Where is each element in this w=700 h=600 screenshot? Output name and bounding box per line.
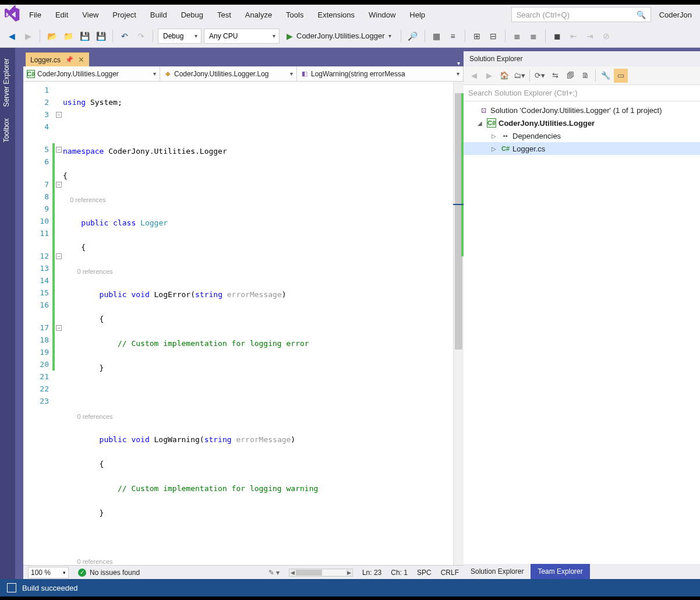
bookmark-button[interactable]: ◼ bbox=[550, 29, 564, 43]
nav-project-dropdown[interactable]: C# CoderJony.Utilities.Logger bbox=[23, 66, 160, 81]
nav-class-dropdown[interactable]: ◆ CoderJony.Utilities.Logger.Log bbox=[160, 66, 297, 81]
file-label: Logger.cs bbox=[512, 144, 545, 153]
server-explorer-tab[interactable]: Server Explorer bbox=[0, 52, 15, 112]
codelens-references[interactable]: 0 references bbox=[77, 268, 112, 275]
menu-help[interactable]: Help bbox=[404, 8, 431, 22]
menu-window[interactable]: Window bbox=[363, 8, 401, 22]
refresh-button[interactable]: 🗐 bbox=[563, 69, 577, 83]
menu-view[interactable]: View bbox=[76, 8, 104, 22]
collapse-all-button[interactable]: 🗎 bbox=[578, 69, 592, 83]
undo-button[interactable]: ↶ bbox=[118, 29, 132, 43]
fold-toggle[interactable]: − bbox=[56, 112, 62, 118]
outdent-button[interactable]: ≣ bbox=[526, 29, 540, 43]
quick-launch-search[interactable]: Search (Ctrl+Q) 🔍 bbox=[511, 7, 651, 22]
sync-active-button[interactable]: ⇆ bbox=[548, 69, 562, 83]
codelens-references[interactable]: 0 references bbox=[77, 413, 112, 420]
expander-icon[interactable]: ▷ bbox=[492, 133, 499, 139]
fold-toggle[interactable]: − bbox=[56, 147, 62, 153]
user-name[interactable]: CoderJon bbox=[653, 8, 698, 22]
show-all-files-button[interactable]: ▭ bbox=[614, 69, 628, 83]
class-icon: ◆ bbox=[164, 70, 172, 78]
csharp-project-icon: C# bbox=[487, 118, 496, 128]
menu-tools[interactable]: Tools bbox=[280, 8, 309, 22]
csharp-project-icon: C# bbox=[27, 70, 35, 78]
project-node[interactable]: ◢ C# CoderJony.Utilities.Logger bbox=[464, 117, 700, 129]
nav-class-label: CoderJony.Utilities.Logger.Log bbox=[174, 70, 269, 78]
menu-edit[interactable]: Edit bbox=[50, 8, 74, 22]
solution-explorer-title: Solution Explorer bbox=[464, 51, 700, 66]
menubar: File Edit View Project Build Debug Test … bbox=[0, 5, 700, 24]
status-icon bbox=[7, 583, 16, 592]
brush-icon[interactable]: ✎ ▾ bbox=[268, 569, 280, 577]
codelens-references[interactable]: 0 references bbox=[77, 558, 112, 565]
back-button: ◀ bbox=[467, 69, 481, 83]
document-tab-logger[interactable]: Logger.cs 📌 ✕ bbox=[26, 52, 89, 66]
document-tab-strip: Logger.cs 📌 ✕ ▾ bbox=[23, 51, 464, 66]
team-explorer-tab[interactable]: Team Explorer bbox=[531, 564, 589, 579]
solution-config-dropdown[interactable]: Debug bbox=[158, 29, 201, 44]
expander-icon[interactable]: ◢ bbox=[478, 120, 485, 126]
toolbox-tab[interactable]: Toolbox bbox=[0, 112, 15, 148]
toolbar-btn-2[interactable]: ≡ bbox=[446, 29, 460, 43]
error-indicator[interactable]: ✓ No issues found bbox=[78, 569, 140, 577]
solution-platform-dropdown[interactable]: Any CPU bbox=[204, 29, 280, 44]
solution-explorer-tab[interactable]: Solution Explorer bbox=[464, 564, 531, 579]
comment-button[interactable]: ⊞ bbox=[470, 29, 484, 43]
nav-back-button[interactable]: ◀ bbox=[5, 29, 19, 43]
search-icon: 🔍 bbox=[637, 10, 646, 19]
check-icon: ✓ bbox=[78, 569, 86, 577]
menu-debug[interactable]: Debug bbox=[175, 8, 209, 22]
uncomment-button[interactable]: ⊟ bbox=[486, 29, 500, 43]
dependencies-node[interactable]: ▷ ▪▪ Dependencies bbox=[464, 129, 700, 142]
tab-label: Logger.cs bbox=[30, 56, 61, 64]
zoom-dropdown[interactable]: 100 %▾ bbox=[28, 567, 69, 578]
properties-button[interactable]: 🔧 bbox=[599, 69, 613, 83]
forward-button: ▶ bbox=[482, 69, 496, 83]
play-icon: ▶ bbox=[287, 31, 293, 41]
save-all-button[interactable]: 💾 bbox=[94, 29, 108, 43]
menu-test[interactable]: Test bbox=[211, 8, 237, 22]
fold-toggle[interactable]: − bbox=[56, 253, 62, 259]
new-project-button[interactable]: 📂 bbox=[45, 29, 59, 43]
indent-indicator[interactable]: SPC bbox=[417, 569, 432, 577]
eol-indicator[interactable]: CRLF bbox=[441, 569, 459, 577]
code-editor[interactable]: 1234 56 7891011 1213141516 1718192021222… bbox=[23, 82, 464, 565]
expander-icon[interactable]: ▷ bbox=[492, 146, 499, 152]
pin-icon[interactable]: 📌 bbox=[65, 56, 73, 63]
toolbar-btn-1[interactable]: ▦ bbox=[430, 29, 444, 43]
method-icon: ◧ bbox=[300, 70, 309, 78]
close-icon[interactable]: ✕ bbox=[78, 55, 84, 64]
solution-tree[interactable]: ⊡ Solution 'CoderJony.Utilities.Logger' … bbox=[464, 101, 700, 564]
dependencies-icon: ▪▪ bbox=[501, 131, 510, 140]
menu-project[interactable]: Project bbox=[107, 8, 142, 22]
menu-extensions[interactable]: Extensions bbox=[312, 8, 360, 22]
fold-toggle[interactable]: − bbox=[56, 182, 62, 188]
start-debugging-button[interactable]: ▶ CoderJony.Utilities.Logger ▾ bbox=[282, 29, 396, 44]
standard-toolbar: ◀ ▶ 📂 📁 💾 💾 ↶ ↷ Debug Any CPU ▶ CoderJon… bbox=[0, 24, 700, 48]
solution-node[interactable]: ⊡ Solution 'CoderJony.Utilities.Logger' … bbox=[464, 104, 700, 117]
vertical-scrollbar[interactable] bbox=[453, 82, 464, 565]
save-button[interactable]: 💾 bbox=[77, 29, 91, 43]
pending-changes-filter-button[interactable]: ⟳▾ bbox=[533, 69, 547, 83]
nav-member-dropdown[interactable]: ◧ LogWarning(string errorMessa bbox=[297, 66, 464, 81]
start-target-label: CoderJony.Utilities.Logger bbox=[296, 31, 385, 40]
fold-toggle[interactable]: − bbox=[56, 325, 62, 331]
solution-explorer-search[interactable]: Search Solution Explorer (Ctrl+;) bbox=[464, 85, 700, 101]
open-file-button[interactable]: 📁 bbox=[61, 29, 75, 43]
horizontal-scrollbar[interactable]: ◀▶ bbox=[289, 569, 353, 577]
menu-file[interactable]: File bbox=[23, 8, 47, 22]
prev-bookmark-button: ⇤ bbox=[567, 29, 581, 43]
home-button[interactable]: 🏠 bbox=[497, 69, 511, 83]
indent-button[interactable]: ≣ bbox=[510, 29, 524, 43]
menu-analyze[interactable]: Analyze bbox=[239, 8, 278, 22]
code-content[interactable]: using System; namespace CoderJony.Utilit… bbox=[63, 82, 464, 565]
find-in-files-button[interactable]: 🔎 bbox=[406, 29, 420, 43]
codelens-references[interactable]: 0 references bbox=[70, 196, 105, 203]
tab-overflow-icon[interactable]: ▾ bbox=[457, 60, 460, 66]
col-indicator: Ch: 1 bbox=[391, 569, 408, 577]
switch-views-button[interactable]: 🗂▾ bbox=[512, 69, 526, 83]
nav-member-label: LogWarning(string errorMessa bbox=[311, 70, 405, 78]
file-node-logger[interactable]: ▷ C# Logger.cs bbox=[464, 142, 700, 155]
change-marker bbox=[461, 93, 464, 256]
menu-build[interactable]: Build bbox=[144, 8, 173, 22]
